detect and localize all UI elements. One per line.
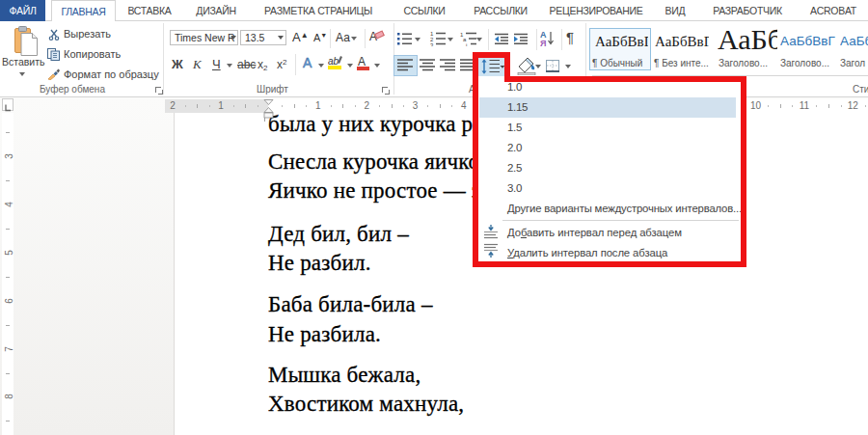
svg-text:А: А bbox=[358, 55, 366, 68]
svg-text:ab: ab bbox=[328, 56, 339, 67]
svg-text:i: i bbox=[466, 42, 467, 47]
svg-text:Я: Я bbox=[540, 39, 546, 47]
svg-text:3: 3 bbox=[430, 42, 434, 47]
